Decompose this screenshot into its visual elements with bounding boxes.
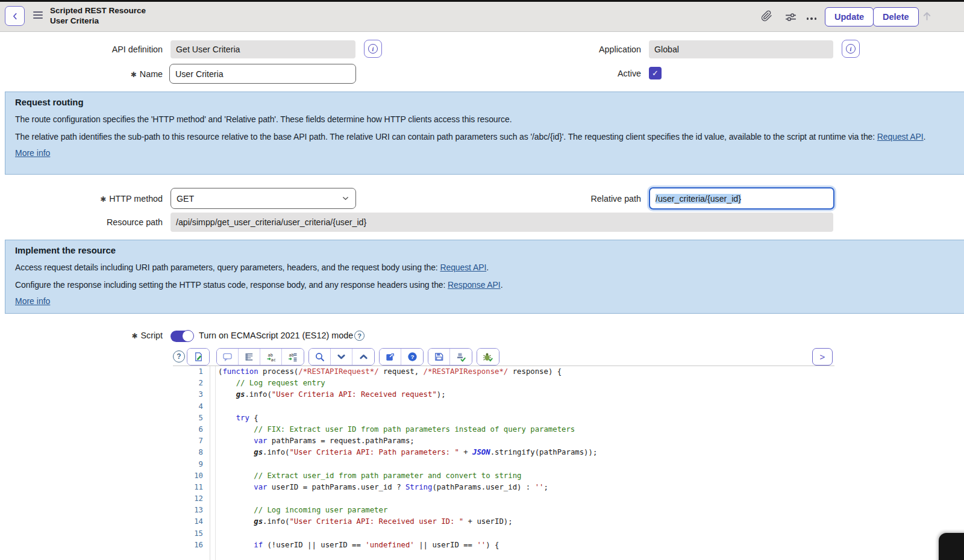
editor-help-button[interactable]: ?: [401, 349, 423, 365]
line-number: 10: [173, 470, 208, 482]
code-line[interactable]: var pathParams = request.pathParams;: [218, 435, 597, 447]
format-code-button[interactable]: [187, 349, 209, 365]
code-line[interactable]: [218, 401, 597, 412]
script-label: ✱Script: [0, 328, 163, 343]
implement-resource-p2: Configure the response including setting…: [15, 277, 964, 293]
line-number: 2: [173, 378, 208, 389]
replace-button[interactable]: abac: [260, 349, 282, 365]
code-line[interactable]: gs.info("User Criteria API: Received req…: [218, 389, 597, 400]
request-api-link[interactable]: Request API: [440, 263, 486, 272]
delete-button[interactable]: Delete: [873, 7, 919, 26]
response-api-link[interactable]: Response API: [448, 280, 501, 290]
debug-button[interactable]: [477, 349, 499, 365]
comment-icon: [222, 352, 233, 362]
required-marker: ✱: [131, 70, 137, 79]
line-number: 11: [173, 482, 208, 493]
line-number: 5: [173, 412, 208, 424]
replace-all-icon: ab: [287, 352, 298, 362]
open-new-window-button[interactable]: [380, 349, 401, 365]
application-reference-info-button[interactable]: i: [842, 40, 860, 58]
code-line[interactable]: [218, 528, 597, 540]
es12-mode-toggle[interactable]: [171, 331, 193, 342]
attachment-icon[interactable]: [761, 10, 772, 22]
toolbar-group: [477, 348, 499, 366]
save-button[interactable]: [428, 349, 450, 365]
update-button[interactable]: Update: [825, 7, 874, 26]
editor-gutter: 12345678910111213141516: [173, 366, 208, 551]
code-line[interactable]: // Log request entry: [218, 378, 597, 389]
http-method-label: ✱HTTP method: [0, 188, 163, 210]
toolbar-group: [308, 348, 375, 366]
record-type-title: Scripted REST Resource: [50, 5, 146, 16]
code-line[interactable]: var userID = pathParams.user_id ? String…: [218, 482, 597, 493]
editor-help-icon: ?: [407, 352, 418, 362]
personalize-form-icon[interactable]: [784, 11, 797, 23]
line-number: 15: [173, 528, 208, 540]
format-code-icon: [193, 352, 204, 362]
code-line[interactable]: // Log incoming user parameter: [218, 505, 597, 516]
application-label: Application: [518, 40, 641, 58]
editor-expand-button[interactable]: >: [812, 348, 833, 366]
line-number: 16: [173, 540, 208, 551]
code-line[interactable]: // Extract user_id from path parameter a…: [218, 470, 597, 482]
context-menu-icon[interactable]: [33, 11, 43, 20]
code-line[interactable]: gs.info("User Criteria API: Received use…: [218, 516, 597, 527]
more-info-link[interactable]: More info: [15, 296, 50, 306]
format-lines-icon: [244, 352, 254, 362]
api-definition-reference-info-button[interactable]: i: [364, 40, 382, 58]
replace-icon: abac: [266, 352, 277, 362]
scripted-rest-resource-page: Scripted REST Resource User Criteria Upd…: [0, 0, 964, 560]
corner-overlay: [939, 533, 964, 560]
form-header: Scripted REST Resource User Criteria Upd…: [0, 2, 964, 32]
api-definition-label: API definition: [0, 40, 163, 58]
debug-icon: [483, 352, 493, 362]
search-button[interactable]: [309, 349, 331, 365]
svg-text:ab: ab: [268, 352, 272, 357]
name-input[interactable]: User Criteria: [169, 64, 356, 84]
find-previous-button[interactable]: [352, 349, 374, 365]
code-line[interactable]: gs.info("User Criteria API: Path paramet…: [218, 447, 597, 458]
active-checkbox[interactable]: ✓: [649, 67, 662, 79]
request-routing-info-box: Request routing The route configuration …: [5, 92, 964, 175]
line-number: 4: [173, 401, 208, 412]
name-label: ✱Name: [0, 64, 163, 84]
comment-button[interactable]: [217, 349, 239, 365]
resource-path-label: Resource path: [0, 213, 163, 232]
relative-path-input[interactable]: /user_criteria/{user_id}: [649, 187, 834, 210]
script-editor[interactable]: 12345678910111213141516 (function proces…: [173, 366, 834, 560]
code-line[interactable]: // FIX: Extract user ID from path parame…: [218, 424, 597, 435]
code-line[interactable]: [218, 459, 597, 470]
editor-help-icon[interactable]: ?: [173, 350, 185, 362]
svg-text:?: ?: [410, 353, 414, 360]
code-line[interactable]: (function process(/*RESTAPIRequest*/ req…: [218, 366, 597, 378]
request-api-link[interactable]: Request API: [877, 132, 924, 142]
line-number: 8: [173, 447, 208, 458]
more-info-link[interactable]: More info: [15, 148, 50, 158]
code-line[interactable]: if (!userID || userID == 'undefined' || …: [218, 540, 597, 551]
search-icon: [315, 352, 325, 362]
open-new-window-icon: [385, 352, 395, 362]
editor-code[interactable]: (function process(/*RESTAPIRequest*/ req…: [218, 366, 597, 551]
info-icon: i: [368, 44, 378, 54]
resource-path-field: /api/simpp/get_user_criteria/user_criter…: [171, 213, 833, 232]
replace-all-button[interactable]: ab: [282, 349, 304, 365]
chevron-left-icon: [11, 12, 19, 20]
toolbar-group: [187, 348, 210, 366]
http-method-select[interactable]: GET: [171, 188, 356, 209]
code-line[interactable]: [218, 493, 597, 505]
more-options-icon[interactable]: [807, 13, 816, 25]
syntax-check-button[interactable]: [450, 349, 472, 365]
scroll-up-icon[interactable]: [921, 10, 933, 22]
code-line[interactable]: try {: [218, 412, 597, 424]
implement-resource-title: Implement the resource: [15, 246, 964, 255]
record-name-title: User Criteria: [50, 16, 146, 26]
format-lines-button[interactable]: [239, 349, 260, 365]
line-number: 1: [173, 366, 208, 378]
back-button[interactable]: [5, 6, 25, 26]
save-icon: [434, 352, 444, 362]
chevron-down-icon: [342, 194, 349, 202]
es12-help-icon[interactable]: ?: [354, 331, 365, 341]
line-number: 7: [173, 435, 208, 447]
find-next-button[interactable]: [331, 349, 352, 365]
find-previous-icon: [358, 352, 369, 362]
